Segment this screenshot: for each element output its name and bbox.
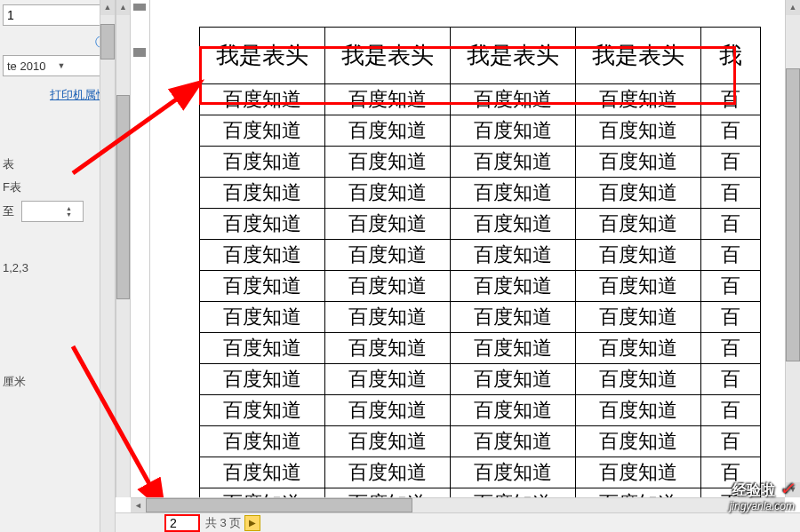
page-number-input-box[interactable] xyxy=(164,514,200,532)
table-cell: 百度知道 xyxy=(451,271,576,302)
table-cell: 百度知道 xyxy=(451,395,576,426)
page-to-input[interactable] xyxy=(26,202,61,221)
table-row: 百度知道百度知道百度知道百度知道百 xyxy=(200,209,761,240)
panel-label-2: F表 xyxy=(3,179,112,195)
table-cell: 百 xyxy=(701,240,761,271)
page-total-text: 共 3 页 xyxy=(205,515,241,531)
table-cell: 百 xyxy=(701,271,761,302)
watermark-url: jingyanla.com xyxy=(730,500,795,512)
watermark-brand: 经验啦 xyxy=(732,482,775,497)
document-page: 我是表头 我是表头 我是表头 我是表头 我 百度知道百度知道百度知道百度知道百百… xyxy=(199,27,785,497)
table-cell: 百度知道 xyxy=(325,178,451,209)
status-bar: 共 3 页 ▶ xyxy=(116,512,800,532)
page-to-spinner[interactable]: ▲ ▼ xyxy=(21,201,84,222)
printer-dropdown[interactable]: te 2010 ▼ xyxy=(3,55,112,76)
printer-name: te 2010 xyxy=(7,60,58,73)
table-cell: 百度知道 xyxy=(451,147,576,178)
table-cell: 百度知道 xyxy=(576,178,701,209)
panel-label-1: 表 xyxy=(3,156,112,172)
table-cell: 百度知道 xyxy=(325,488,451,498)
table-header-cell: 我是表头 xyxy=(451,28,576,84)
table-cell: 百度知道 xyxy=(325,457,451,488)
table-cell: 百度知道 xyxy=(325,240,451,271)
scroll-thumb[interactable] xyxy=(116,95,130,299)
unit-label: 厘米 xyxy=(3,374,112,390)
ruler-marker[interactable] xyxy=(133,48,146,57)
copies-input[interactable] xyxy=(7,8,60,22)
table-cell: 百度知道 xyxy=(576,488,701,498)
table-header-row: 我是表头 我是表头 我是表头 我是表头 我 xyxy=(200,28,761,84)
table-header-cell: 我 xyxy=(701,28,761,84)
table-cell: 百度知道 xyxy=(325,302,451,333)
table-cell: 百度知道 xyxy=(200,457,325,488)
table-cell: 百 xyxy=(701,333,761,364)
scroll-up-icon[interactable]: ▲ xyxy=(116,0,130,15)
table-cell: 百 xyxy=(701,115,761,147)
table-cell: 百度知道 xyxy=(451,240,576,271)
table-cell: 百度知道 xyxy=(451,178,576,209)
doc-scrollbar-bottom[interactable]: ◄ ► xyxy=(131,497,785,512)
printer-properties-link[interactable]: 打印机属性 xyxy=(3,87,108,103)
table-cell: 百度知道 xyxy=(576,240,701,271)
table-row: 百度知道百度知道百度知道百度知道百 xyxy=(200,364,761,395)
table-cell: 百度知道 xyxy=(576,457,701,488)
table-cell: 百 xyxy=(701,395,761,426)
table-cell: 百度知道 xyxy=(200,426,325,457)
table-row: 百度知道百度知道百度知道百度知道百 xyxy=(200,240,761,271)
table-cell: 百度知道 xyxy=(200,271,325,302)
next-page-button[interactable]: ▶ xyxy=(244,515,260,531)
table-row: 百度知道百度知道百度知道百度知道百 xyxy=(200,395,761,426)
table-cell: 百度知道 xyxy=(200,488,325,498)
table-row: 百度知道百度知道百度知道百度知道百 xyxy=(200,271,761,302)
table-cell: 百度知道 xyxy=(200,364,325,395)
table-cell: 百度知道 xyxy=(576,395,701,426)
scroll-thumb[interactable] xyxy=(786,68,800,361)
page-number-input[interactable] xyxy=(170,516,195,530)
table-cell: 百度知道 xyxy=(451,84,576,115)
panel-scrollbar[interactable]: ▲ xyxy=(100,0,115,532)
table-cell: 百度知道 xyxy=(200,240,325,271)
table-cell: 百度知道 xyxy=(451,488,576,498)
doc-scrollbar-right[interactable]: ▲ ▼ xyxy=(785,0,800,497)
table-cell: 百度知道 xyxy=(325,426,451,457)
table-cell: 百度知道 xyxy=(576,271,701,302)
spinner-down-icon[interactable]: ▼ xyxy=(66,211,79,218)
table-cell: 百度知道 xyxy=(325,271,451,302)
table-cell: 百 xyxy=(701,364,761,395)
table-cell: 百度知道 xyxy=(200,302,325,333)
data-table: 我是表头 我是表头 我是表头 我是表头 我 百度知道百度知道百度知道百度知道百百… xyxy=(199,27,761,497)
scroll-up-icon[interactable]: ▲ xyxy=(786,0,800,15)
table-cell: 百度知道 xyxy=(325,333,451,364)
spinner-up-icon[interactable]: ▲ xyxy=(66,205,72,211)
table-header-cell: 我是表头 xyxy=(200,28,325,84)
watermark: 经验啦 ✓ jingyanla.com xyxy=(730,478,795,512)
table-cell: 百 xyxy=(701,147,761,178)
table-row: 百度知道百度知道百度知道百度知道百 xyxy=(200,115,761,147)
copies-spinner[interactable]: ▲ ▼ xyxy=(3,4,112,26)
table-cell: 百度知道 xyxy=(200,115,325,147)
table-cell: 百度知道 xyxy=(451,426,576,457)
scroll-up-icon[interactable]: ▲ xyxy=(100,0,115,15)
table-cell: 百度知道 xyxy=(325,209,451,240)
table-row: 百度知道百度知道百度知道百度知道百 xyxy=(200,426,761,457)
scroll-thumb[interactable] xyxy=(100,24,115,60)
table-cell: 百度知道 xyxy=(200,333,325,364)
table-cell: 百度知道 xyxy=(576,333,701,364)
table-cell: 百度知道 xyxy=(576,84,701,115)
ruler-marker[interactable] xyxy=(133,4,146,11)
vertical-ruler xyxy=(131,0,150,497)
table-header-cell: 我是表头 xyxy=(576,28,701,84)
table-cell: 百度知道 xyxy=(451,115,576,147)
table-cell: 百度知道 xyxy=(451,302,576,333)
info-icon[interactable]: ⓘ xyxy=(3,35,108,51)
table-row: 百度知道百度知道百度知道百度知道百 xyxy=(200,457,761,488)
table-cell: 百度知道 xyxy=(200,209,325,240)
print-settings-panel: ▲ ▼ ⓘ te 2010 ▼ 打印机属性 表 F表 至 ▲ ▼ 1,2,3 厘… xyxy=(0,0,116,532)
doc-scrollbar-left[interactable]: ▲ xyxy=(116,0,131,497)
to-label: 至 xyxy=(3,203,14,219)
scroll-left-icon[interactable]: ◄ xyxy=(131,498,146,512)
table-cell: 百度知道 xyxy=(576,364,701,395)
scroll-thumb[interactable] xyxy=(146,498,412,512)
document-preview: 我是表头 我是表头 我是表头 我是表头 我 百度知道百度知道百度知道百度知道百百… xyxy=(150,0,785,497)
table-cell: 百度知道 xyxy=(576,115,701,147)
